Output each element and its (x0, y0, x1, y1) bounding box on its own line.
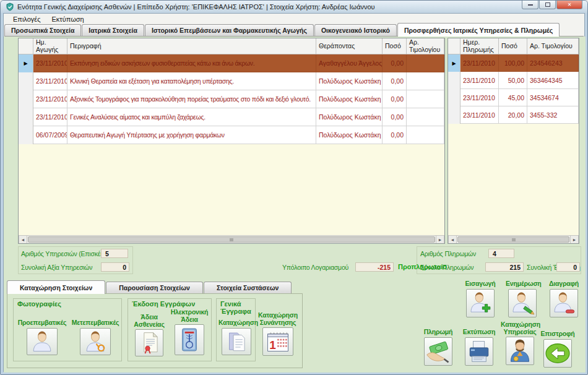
service-row[interactable]: 23/11/2010 Γενικές Αναλύσεις αίματος και… (19, 108, 444, 126)
register-service-button[interactable] (506, 337, 534, 365)
back-label: Επιστροφή (540, 330, 575, 338)
window-controls: ✕ (522, 1, 582, 9)
service-row[interactable]: 23/11/2010 Αξονικός Τομογράφος για παρακ… (19, 90, 444, 108)
register-meeting-label: Καταχώρηση Συνάντησης (258, 312, 298, 326)
patient-icon (30, 330, 54, 353)
scroll-grip-icon (230, 238, 233, 241)
col-header-pay-date[interactable]: Ημερ. Πληρωμής (460, 38, 499, 54)
sick-leave-label: Άδεια Ασθενείας (130, 314, 168, 328)
svg-text:1: 1 (269, 338, 276, 351)
payment-row[interactable]: 23/11/2010 50,00 363464345 (448, 72, 579, 89)
payment-button[interactable] (424, 337, 452, 366)
delete-label: Διαγραφή (548, 280, 580, 288)
calendar-icon: 1 (266, 330, 290, 353)
scroll-thumb[interactable] (457, 236, 569, 243)
row-selector (19, 72, 33, 90)
payment-date: 23/11/2010 (460, 106, 499, 124)
minimize-icon (528, 4, 533, 6)
payment-invoice: 3455-332 (527, 106, 579, 124)
tab-family-history[interactable]: Οικογενειακό Ιστορικό (314, 24, 397, 36)
row-selector (19, 90, 33, 108)
payment-row[interactable]: 23/11/2010 20,00 3455-332 (448, 106, 579, 124)
service-therapist: Αγαθαγγέλου Άγγελος (316, 54, 383, 72)
tab-presentation[interactable]: Παρουσίαση Στοιχείων (106, 282, 203, 293)
menu-print[interactable]: Εκτύπωση (52, 15, 84, 23)
close-button[interactable]: ✕ (556, 1, 582, 9)
col-header-invoice[interactable]: Αρ. Τιμολογίου (407, 38, 444, 54)
documents-group-title: Έκδοση Εγγράφων (132, 300, 195, 308)
service-amount: 0,00 (383, 54, 407, 72)
row-pointer-icon: ▶ (24, 61, 27, 66)
payment-invoice: 34534674 (527, 89, 579, 106)
service-row[interactable]: ▶ 23/11/2010 Εκπόνηση ειδικών ασκήσεων φ… (19, 54, 444, 72)
payment-amount: 45,00 (499, 89, 527, 106)
tab-personal-data[interactable]: Προσωπικά Στοιχεία (4, 24, 81, 36)
service-date: 23/11/2010 (33, 108, 67, 126)
scroll-thumb[interactable] (28, 236, 435, 243)
payments-total-field: 215 (485, 262, 524, 272)
back-arrow-icon (545, 342, 571, 364)
certificate-icon (138, 331, 160, 355)
print-button[interactable] (465, 337, 493, 366)
tab-recommendations[interactable]: Στοιχεία Συστάσεων (204, 282, 292, 293)
insert-label: Εισαγωγή (464, 280, 497, 288)
col-header-description[interactable]: Περιγραφή (67, 38, 316, 54)
payment-row[interactable]: 23/11/2010 45,00 34534674 (448, 89, 579, 106)
service-amount: 0,00 (383, 72, 407, 90)
e-permit-button[interactable] (175, 324, 204, 355)
scroll-left-icon[interactable]: ◄ (448, 236, 457, 243)
row-selector (448, 106, 460, 124)
menu-options[interactable]: Επιλογές (13, 15, 41, 23)
payments-total-value: 215 (486, 264, 523, 271)
service-invoice (407, 108, 444, 126)
scroll-right-icon[interactable]: ► (436, 236, 444, 243)
col-header-amount[interactable]: Ποσό (383, 38, 407, 54)
payments-count-field: 4 (488, 249, 514, 258)
services-count-field: 5 (101, 249, 128, 258)
services-value-label: Συνολική Αξία Υπηρεσιών (21, 264, 92, 271)
back-button[interactable] (543, 339, 572, 368)
tab-services-payments[interactable]: Προσφερθήσες Ιατρικές Υπηρεσίες & Πληρωμ… (397, 23, 560, 37)
register-doc-button[interactable] (222, 328, 251, 355)
service-therapist: Πολύδωρος Κωστάκη (316, 72, 383, 90)
update-label: Ενημέρωση (506, 280, 539, 288)
scroll-right-icon[interactable]: ► (570, 236, 579, 243)
photos-group: Φωτογραφίες Προεπεμβατικές Μετεπεμβατικέ… (13, 298, 122, 361)
row-selector: ▶ (448, 54, 460, 72)
service-row[interactable]: 06/07/2009 Θεραπευτική Αγωγή Υπέρτασης μ… (19, 126, 444, 144)
col-header-date[interactable]: Ημ. Αγωγής (33, 38, 67, 54)
scroll-left-icon[interactable]: ◄ (19, 236, 27, 243)
sick-leave-button[interactable] (135, 329, 163, 356)
register-service-wrap: Καταχώρηση Υπηρεσίας (501, 321, 539, 365)
pre-op-photos-button[interactable] (27, 328, 58, 355)
payment-row[interactable]: ▶ 23/11/2010 100,00 234546243 (448, 54, 579, 72)
tab-entry[interactable]: Καταχώρηση Στοιχείων (7, 280, 105, 294)
services-table: Ημ. Αγωγής Περιγραφή Θεράποντας Ποσό Αρ.… (18, 38, 445, 244)
update-button[interactable] (508, 289, 537, 317)
register-meeting-button[interactable]: 1 (262, 327, 293, 356)
col-header-pay-invoice[interactable]: Αρ. Τιμολογίου (527, 38, 579, 54)
service-row[interactable]: 23/11/2010 Κλινική Θεραπεία και εξέταση … (19, 72, 444, 90)
documents-group: Έκδοση Εγγράφων Άδεια Ασθενείας Ηλεκτρον… (128, 298, 212, 361)
tab-surgery-history[interactable]: Ιστορικό Επεμβάσεων και Φαρμακευτικής Αγ… (145, 24, 314, 36)
row-selector: ▶ (19, 54, 33, 72)
minimize-button[interactable] (522, 1, 538, 9)
tab-medical-data[interactable]: Ιατρικά Στοιχεία (82, 24, 144, 36)
payments-count-label: Αριθμός Πληρωμών (420, 250, 476, 257)
delete-button[interactable] (550, 289, 578, 317)
payments-count-value: 4 (489, 250, 514, 257)
insert-button[interactable] (466, 289, 495, 317)
service-invoice (407, 54, 444, 72)
services-value-field: 0 (101, 262, 129, 272)
maximize-button[interactable] (539, 1, 556, 9)
person-add-icon (468, 291, 493, 316)
col-header-pay-amount[interactable]: Ποσό (499, 38, 527, 54)
payments-table: Ημερ. Πληρωμής Ποσό Αρ. Τιμολογίου ▶ 23/… (447, 38, 579, 244)
grid-empty-area (448, 124, 579, 235)
service-description: Αξονικός Τομογράφος για παρακολούθηση πο… (67, 90, 316, 108)
services-value-value: 0 (102, 264, 129, 271)
payments-table-header: Ημερ. Πληρωμής Ποσό Αρ. Τιμολογίου (448, 38, 579, 54)
col-header-therapist[interactable]: Θεράποντας (316, 38, 383, 54)
person-remove-icon (551, 291, 576, 316)
post-op-photos-button[interactable] (80, 328, 111, 355)
